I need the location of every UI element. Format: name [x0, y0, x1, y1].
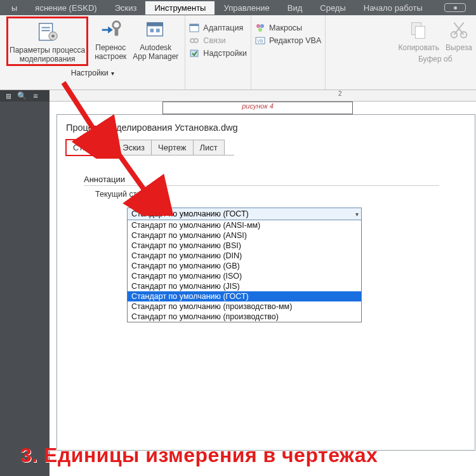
- customize-button[interactable]: Адаптация: [189, 23, 247, 33]
- collab-icon[interactable]: [444, 3, 466, 12]
- ribbon-tab-tools[interactable]: Инструменты: [145, 1, 215, 15]
- vba-icon: VB: [255, 36, 265, 46]
- standard-combo-wrap: Стандарт по умолчанию (ГОСТ) ▾ Стандарт …: [127, 208, 362, 322]
- collapse-all-icon[interactable]: ▤: [6, 91, 11, 100]
- app-store-icon: [143, 19, 168, 42]
- standard-combo[interactable]: Стандарт по умолчанию (ГОСТ) ▾: [127, 208, 362, 220]
- standard-dropdown: Стандарт по умолчанию (ANSI-мм) Стандарт…: [127, 220, 362, 322]
- svg-rect-8: [147, 23, 163, 27]
- panel-clipboard: Копировать Выреза Буфер об: [394, 15, 476, 89]
- ribbon-tab-manage[interactable]: Управление: [215, 1, 278, 15]
- ribbon-tab-environments[interactable]: Среды: [311, 1, 355, 15]
- panel-addins: Адаптация Связи Надстройки: [185, 15, 251, 89]
- standard-option[interactable]: Стандарт по умолчанию (BSI): [128, 241, 361, 251]
- app-manager-button[interactable]: Autodesk App Manager: [133, 17, 178, 66]
- customize-icon: [189, 23, 199, 33]
- standard-option[interactable]: Стандарт по умолчанию (DIN): [128, 251, 361, 261]
- ribbon: Параметры процесса моделирования Перенос…: [0, 15, 476, 90]
- links-button: Связи: [189, 36, 247, 46]
- svg-text:VB: VB: [257, 39, 263, 43]
- svg-point-16: [256, 24, 260, 28]
- title-block-text: рисунок 4: [242, 102, 274, 110]
- appmgr-label1: Autodesk: [140, 43, 171, 52]
- wrench-arrow-icon: [98, 19, 122, 42]
- modeling-params-button[interactable]: Параметры процесса моделирования: [10, 19, 85, 63]
- svg-rect-1: [41, 27, 50, 29]
- tab-sheet[interactable]: Лист: [193, 140, 225, 155]
- ribbon-tab-eskd[interactable]: яснение (ESKD): [26, 1, 105, 15]
- addins-icon: [189, 48, 199, 58]
- highlight-params-button: Параметры процесса моделирования: [6, 17, 88, 66]
- chevron-down-icon: ▾: [111, 70, 114, 77]
- copy-icon: [407, 19, 431, 42]
- macros-button[interactable]: Макросы: [255, 23, 321, 33]
- svg-point-4: [51, 34, 55, 37]
- standard-option[interactable]: Стандарт по умолчанию (ANSI): [128, 230, 361, 241]
- migrate-label2: настроек: [95, 52, 126, 61]
- standard-option[interactable]: Стандарт по умолчанию (ANSI-мм): [128, 220, 361, 230]
- svg-point-14: [194, 39, 198, 43]
- cut-label: Выреза: [446, 43, 472, 52]
- current-standard-label: Текущий стандарт: [95, 190, 475, 199]
- filter-icon[interactable]: ≡: [33, 91, 37, 100]
- ribbon-tab-view[interactable]: Вид: [279, 1, 312, 15]
- svg-point-17: [260, 24, 264, 28]
- dialog-tabs: Стандарт Эскиз Чертеж Лист: [66, 139, 234, 155]
- document-gear-icon: [36, 22, 60, 44]
- ribbon-tabs-row: ы яснение (ESKD) Эскиз Инструменты Управ…: [0, 0, 476, 15]
- ruler-tick: 2: [338, 90, 342, 97]
- modeling-params-label2: моделирования: [20, 55, 76, 63]
- cut-button: Выреза: [446, 17, 472, 52]
- modeling-process-dialog: Процесс моделирования Установка.dwg Стан…: [56, 114, 475, 451]
- section-annotations: Аннотации: [84, 175, 439, 186]
- title-block-cell: рисунок 4: [162, 102, 353, 114]
- standard-option[interactable]: Стандарт по умолчанию (ISO): [128, 271, 361, 281]
- scissors-icon: [447, 19, 471, 42]
- migrate-label1: Перенос: [95, 43, 126, 52]
- svg-rect-10: [156, 29, 160, 32]
- standard-combo-value: Стандарт по умолчанию (ГОСТ): [131, 209, 249, 218]
- ribbon-tab-getstarted[interactable]: Начало работы: [355, 1, 432, 15]
- svg-point-18: [258, 28, 262, 32]
- panel-settings-label-text: Настройки: [71, 69, 109, 77]
- standard-option-selected[interactable]: Стандарт по умолчанию (ГОСТ): [128, 291, 361, 301]
- svg-rect-6: [115, 27, 119, 36]
- tab-standard[interactable]: Стандарт: [66, 140, 116, 155]
- macros-label: Макросы: [269, 23, 302, 32]
- panel-settings: Параметры процесса моделирования Перенос…: [0, 15, 185, 89]
- slide-caption: 3. Единицы измерения в чертежах: [20, 444, 378, 467]
- modeling-params-label1: Параметры процесса: [10, 46, 85, 55]
- search-icon[interactable]: 🔍: [17, 91, 27, 100]
- tab-sketch[interactable]: Эскиз: [116, 140, 152, 155]
- copy-button: Копировать: [398, 17, 439, 52]
- copy-label: Копировать: [398, 43, 439, 52]
- vba-label: Редактор VBA: [269, 36, 321, 45]
- dialog-title: Процесс моделирования Установка.dwg: [57, 115, 475, 139]
- ribbon-tab-cut-left[interactable]: ы: [3, 1, 26, 15]
- vba-editor-button[interactable]: VB Редактор VBA: [255, 36, 321, 46]
- ribbon-tab-sketch[interactable]: Эскиз: [106, 1, 146, 15]
- macros-icon: [255, 23, 265, 33]
- svg-rect-9: [150, 29, 154, 32]
- panel-macros: Макросы VB Редактор VBA: [251, 15, 326, 89]
- standard-option[interactable]: Стандарт по умолчанию (производство): [128, 312, 361, 322]
- svg-rect-12: [190, 24, 199, 26]
- ruler-horizontal: 2: [50, 90, 476, 102]
- appmgr-label2: App Manager: [133, 52, 178, 61]
- standard-option[interactable]: Стандарт по умолчанию (JIS): [128, 281, 361, 291]
- browser-pane: ▤ 🔍 ≡: [0, 90, 50, 476]
- customize-label: Адаптация: [203, 23, 243, 32]
- panel-clipboard-label: Буфер об: [418, 52, 453, 65]
- addins-label: Надстройки: [203, 49, 247, 58]
- svg-rect-22: [415, 26, 425, 38]
- migrate-settings-button[interactable]: Перенос настроек: [95, 17, 126, 66]
- links-label: Связи: [203, 36, 225, 45]
- standard-option[interactable]: Стандарт по умолчанию (производство-мм): [128, 301, 361, 312]
- standard-option[interactable]: Стандарт по умолчанию (GB): [128, 261, 361, 271]
- tab-drawing[interactable]: Чертеж: [151, 140, 193, 155]
- svg-rect-2: [41, 30, 50, 31]
- links-icon: [189, 36, 199, 46]
- addins-button[interactable]: Надстройки: [189, 48, 247, 58]
- chevron-down-icon: ▾: [355, 211, 359, 218]
- panel-settings-label[interactable]: Настройки ▾: [71, 66, 114, 79]
